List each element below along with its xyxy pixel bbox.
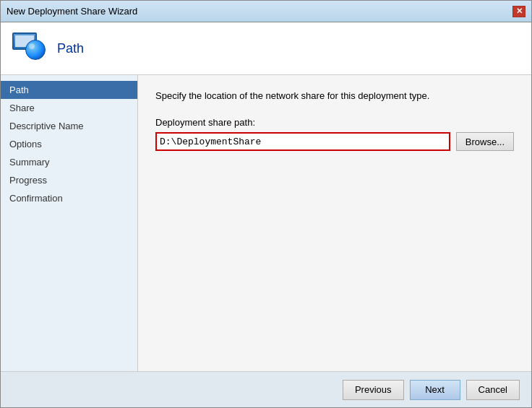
sidebar: Path Share Descriptive Name Options Summ… — [1, 75, 138, 371]
sidebar-item-path[interactable]: Path — [1, 81, 137, 99]
content-panel: Specify the location of the network shar… — [138, 75, 531, 371]
deployment-path-input[interactable] — [155, 132, 450, 151]
field-label: Deployment share path: — [155, 117, 514, 128]
header-area: Path — [1, 22, 531, 75]
main-content: Path Share Descriptive Name Options Summ… — [1, 75, 531, 371]
page-title: Path — [57, 41, 84, 56]
wizard-window: New Deployment Share Wizard ✕ Path Path … — [0, 0, 532, 408]
path-row: Browse... — [155, 132, 514, 151]
wizard-icon — [12, 31, 47, 66]
browse-button[interactable]: Browse... — [456, 132, 514, 151]
sidebar-item-share[interactable]: Share — [1, 99, 137, 117]
title-bar: New Deployment Share Wizard ✕ — [1, 1, 531, 22]
close-button[interactable]: ✕ — [512, 6, 525, 17]
sidebar-item-progress[interactable]: Progress — [1, 171, 137, 189]
sidebar-item-descriptive-name[interactable]: Descriptive Name — [1, 117, 137, 135]
window-title: New Deployment Share Wizard — [7, 6, 137, 17]
footer: Previous Next Cancel — [1, 371, 531, 407]
sidebar-item-summary[interactable]: Summary — [1, 153, 137, 171]
previous-button[interactable]: Previous — [343, 380, 404, 400]
sidebar-item-confirmation[interactable]: Confirmation — [1, 189, 137, 207]
content-description: Specify the location of the network shar… — [155, 90, 514, 103]
sidebar-item-options[interactable]: Options — [1, 135, 137, 153]
cancel-button[interactable]: Cancel — [466, 380, 520, 400]
next-button[interactable]: Next — [410, 380, 460, 400]
